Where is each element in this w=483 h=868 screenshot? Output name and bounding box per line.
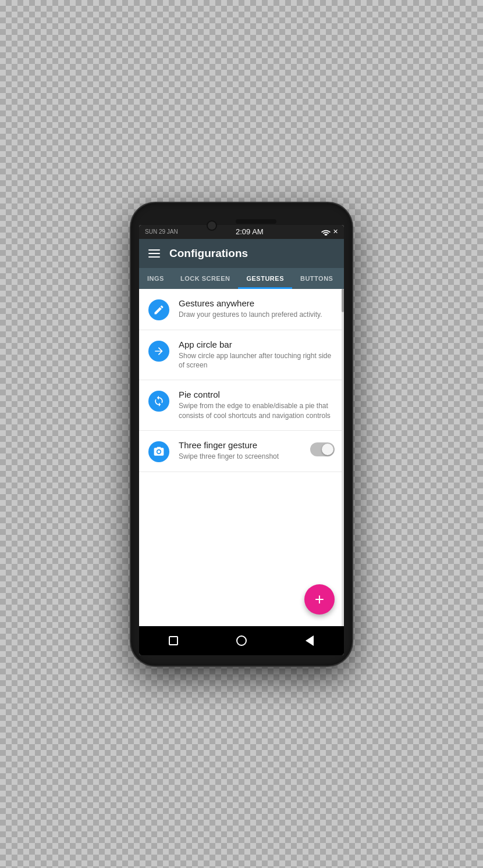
tab-settings[interactable]: INGS [139, 268, 172, 289]
status-date: SUN 29 JAN [145, 228, 178, 235]
app-circle-bar-item[interactable]: App circle bar Show circle app launcher … [139, 330, 344, 381]
app-circle-bar-desc: Show circle app launcher after touching … [179, 351, 335, 371]
status-time: 2:09 AM [236, 227, 264, 236]
three-finger-gesture-desc: Swipe three finger to screenshot [179, 452, 301, 462]
pie-control-title: Pie control [179, 390, 335, 399]
tab-buttons[interactable]: BUTTONS [292, 268, 341, 289]
circle-arrow-icon [153, 345, 165, 357]
signal-icon: ✕ [333, 228, 338, 235]
status-icons: ✕ [321, 228, 338, 235]
home-icon [236, 635, 247, 646]
gestures-anywhere-icon [148, 299, 169, 320]
tab-lock-screen[interactable]: LOCK SCREEN [172, 268, 239, 289]
pencil-icon [153, 304, 165, 316]
pie-control-item[interactable]: Pie control Swipe from the edge to enabl… [139, 380, 344, 431]
navigation-bar [139, 626, 344, 655]
pie-control-text: Pie control Swipe from the edge to enabl… [179, 390, 335, 421]
three-finger-gesture-text: Three finger gesture Swipe three finger … [179, 440, 301, 462]
pie-control-icon [148, 391, 169, 412]
scroll-thumb [342, 289, 344, 312]
three-finger-gesture-title: Three finger gesture [179, 440, 301, 450]
tab-gestures[interactable]: GESTURES [238, 268, 292, 289]
back-icon [306, 635, 314, 646]
pie-control-desc: Swipe from the edge to enable/disable a … [179, 401, 335, 421]
gestures-anywhere-desc: Draw your gestures to launch prefered ac… [179, 310, 335, 320]
three-finger-gesture-toggle[interactable] [310, 442, 335, 456]
content-area: Gestures anywhere Draw your gestures to … [139, 289, 344, 626]
phone-frame: SUN 29 JAN 2:09 AM ✕ Configurations INGS [131, 203, 352, 666]
three-finger-gesture-toggle-container [310, 442, 335, 456]
recent-apps-button[interactable] [167, 634, 180, 647]
page-title: Configurations [169, 247, 248, 260]
app-circle-bar-text: App circle bar Show circle app launcher … [179, 340, 335, 371]
gestures-anywhere-item[interactable]: Gestures anywhere Draw your gestures to … [139, 289, 344, 330]
tab-bar: INGS LOCK SCREEN GESTURES BUTTONS ANIMAT… [139, 268, 344, 289]
app-circle-bar-icon [148, 341, 169, 362]
gestures-anywhere-text: Gestures anywhere Draw your gestures to … [179, 298, 335, 320]
wifi-icon [321, 228, 331, 235]
three-finger-gesture-icon [148, 441, 169, 462]
menu-button[interactable] [148, 249, 160, 258]
three-finger-gesture-item[interactable]: Three finger gesture Swipe three finger … [139, 431, 344, 472]
tab-animations[interactable]: ANIMATIO [341, 268, 344, 289]
app-bar: Configurations [139, 239, 344, 268]
phone-screen: SUN 29 JAN 2:09 AM ✕ Configurations INGS [139, 225, 344, 655]
scroll-indicator [342, 289, 344, 626]
status-bar: SUN 29 JAN 2:09 AM ✕ [139, 225, 344, 239]
gestures-anywhere-title: Gestures anywhere [179, 298, 335, 308]
recent-apps-icon [169, 636, 178, 645]
back-button[interactable] [303, 634, 316, 647]
fab-button[interactable]: + [304, 584, 335, 615]
refresh-icon [153, 395, 165, 407]
app-circle-bar-title: App circle bar [179, 340, 335, 349]
screenshot-icon [153, 446, 165, 458]
home-button[interactable] [235, 634, 248, 647]
